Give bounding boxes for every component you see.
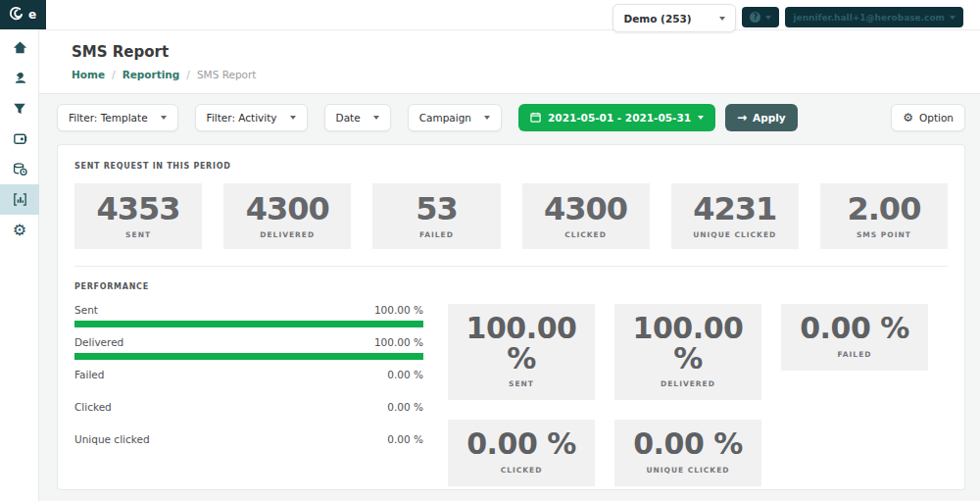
perf-row-failed: Failed 0.00 % — [74, 369, 423, 392]
templates-icon — [12, 130, 28, 147]
stat-card-sms-point: 2.00 SMS POINT — [820, 183, 948, 249]
chevron-down-icon — [765, 16, 771, 20]
pct-label: UNIQUE CLICKED — [622, 466, 754, 475]
breadcrumb-reporting-link[interactable]: Reporting — [122, 69, 180, 80]
stat-card-delivered: 4300 DELIVERED — [223, 183, 351, 249]
perf-row-sent: Sent 100.00 % — [74, 304, 423, 327]
stat-label: SENT — [125, 230, 151, 239]
filter-campaign-label: Campaign — [419, 112, 471, 124]
sidebar-nav: ⚙ — [0, 0, 38, 245]
perf-row-clicked: Clicked 0.00 % — [74, 401, 423, 425]
chevron-down-icon — [950, 16, 956, 20]
stat-label: DELIVERED — [260, 230, 315, 239]
breadcrumb: Home / Reporting / SMS Report — [72, 69, 980, 80]
content-area: Filter: Template Filter: Activity Date C… — [39, 94, 980, 501]
home-icon — [12, 39, 28, 56]
date-range-value: 2021-05-01 - 2021-05-31 — [548, 112, 691, 124]
sidebar-item-home[interactable] — [0, 32, 39, 63]
pct-card-delivered: 100.00 % DELIVERED — [614, 304, 761, 400]
workspace-select[interactable]: Demo (253) — [612, 4, 736, 32]
stat-label: CLICKED — [564, 230, 607, 239]
chevron-down-icon — [290, 116, 296, 120]
filter-template-dropdown[interactable]: Filter: Template — [57, 104, 178, 131]
performance-body: Sent 100.00 % Delivered 100.00 % — [74, 304, 948, 486]
breadcrumb-home-link[interactable]: Home — [72, 69, 105, 80]
breadcrumb-separator: / — [186, 69, 190, 80]
brand-logo[interactable]: e — [0, 0, 46, 29]
chevron-down-icon — [373, 116, 379, 120]
perf-row-value: 0.00 % — [387, 369, 423, 380]
stat-label: UNIQUE CLICKED — [693, 230, 776, 239]
arrow-right-icon: → — [737, 112, 747, 124]
apply-button[interactable]: → Apply — [725, 104, 798, 131]
user-email: jennifer.hall+1@herobase.com — [793, 13, 945, 23]
brand-swirl-icon — [8, 5, 24, 25]
performance-bars: Sent 100.00 % Delivered 100.00 % — [74, 304, 423, 486]
filter-bar: Filter: Template Filter: Activity Date C… — [57, 104, 965, 131]
page-title: SMS Report — [72, 43, 980, 61]
perf-row-label: Failed — [74, 369, 104, 380]
sent-request-section-title: SENT REQUEST IN THIS PERIOD — [74, 162, 948, 171]
progress-fill — [74, 353, 423, 360]
chevron-down-icon — [484, 116, 490, 120]
page-header: SMS Report Home / Reporting / SMS Report — [39, 30, 980, 94]
contacts-icon — [12, 70, 28, 86]
filter-date-label: Date — [336, 112, 361, 124]
chevron-down-icon — [161, 116, 167, 120]
sidebar-item-data[interactable] — [0, 154, 39, 184]
progress-fill — [74, 321, 423, 327]
reports-icon — [12, 191, 28, 208]
topbar: Demo (253) ? jennifer.hall+1@herobase.co… — [39, 0, 980, 30]
stat-card-failed: 53 FAILED — [372, 183, 500, 249]
perf-row-label: Unique clicked — [74, 433, 150, 445]
gear-icon: ⚙ — [903, 112, 913, 124]
workspace-select-value: Demo (253) — [623, 13, 691, 25]
option-label: Option — [919, 112, 954, 124]
pct-card-clicked: 0.00 % CLICKED — [448, 420, 595, 486]
breadcrumb-separator: / — [112, 69, 116, 80]
pct-value: 100.00 % — [622, 314, 754, 374]
stat-value: 4353 — [97, 193, 180, 225]
perf-row-value: 100.00 % — [374, 336, 423, 348]
filter-date-dropdown[interactable]: Date — [324, 104, 391, 131]
progress-track — [74, 418, 423, 425]
sidebar-item-contacts[interactable] — [0, 63, 39, 93]
stats-grid: 4353 SENT 4300 DELIVERED 53 FAILED 4300 … — [74, 183, 948, 249]
sidebar: ⚙ — [0, 0, 39, 501]
progress-track — [74, 321, 423, 327]
perf-row-label: Delivered — [74, 336, 123, 348]
data-icon — [12, 161, 28, 177]
pct-label: FAILED — [789, 350, 920, 359]
pct-card-failed: 0.00 % FAILED — [781, 304, 928, 371]
stat-label: FAILED — [419, 230, 454, 239]
pct-card-unique-clicked: 0.00 % UNIQUE CLICKED — [614, 420, 761, 486]
perf-row-value: 0.00 % — [387, 433, 423, 445]
date-range-button[interactable]: 2021-05-01 - 2021-05-31 — [518, 104, 715, 131]
chevron-down-icon — [719, 17, 725, 21]
sidebar-item-filter[interactable] — [0, 93, 39, 124]
stat-value: 4231 — [693, 193, 776, 225]
sidebar-item-templates[interactable] — [0, 124, 39, 154]
progress-track — [74, 353, 423, 360]
sms-report-screen: ⚙ e Demo (253) ? jennifer.hall+1@herobas… — [0, 0, 980, 501]
perf-row-label: Sent — [74, 304, 98, 316]
brand-name: e — [28, 8, 36, 22]
option-button[interactable]: ⚙ Option — [891, 104, 965, 131]
stat-card-unique-clicked: 4231 UNIQUE CLICKED — [671, 183, 799, 249]
filter-activity-dropdown[interactable]: Filter: Activity — [195, 104, 308, 131]
pct-card-sent: 100.00 % SENT — [448, 304, 595, 400]
pct-value: 0.00 % — [622, 429, 754, 460]
stat-card-clicked: 4300 CLICKED — [522, 183, 650, 249]
help-menu-button[interactable]: ? — [742, 7, 779, 27]
sidebar-item-reports[interactable] — [0, 184, 39, 215]
perf-row-value: 100.00 % — [374, 304, 423, 316]
breadcrumb-current: SMS Report — [197, 69, 257, 80]
progress-track — [74, 385, 423, 392]
filter-activity-label: Filter: Activity — [207, 112, 277, 124]
user-menu-button[interactable]: jennifer.hall+1@herobase.com — [785, 7, 963, 27]
stat-value: 2.00 — [847, 193, 920, 225]
filter-campaign-dropdown[interactable]: Campaign — [408, 104, 502, 131]
filter-icon — [12, 101, 27, 117]
performance-cards: 100.00 % SENT 100.00 % DELIVERED 0.00 % … — [448, 304, 928, 486]
sidebar-item-settings[interactable]: ⚙ — [0, 215, 39, 245]
